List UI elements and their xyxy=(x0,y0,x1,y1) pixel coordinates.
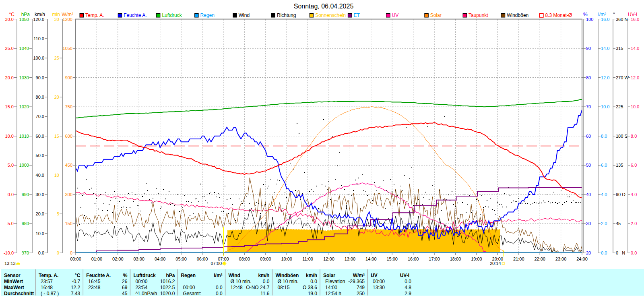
svg-text:14.0: 14.0 xyxy=(601,46,609,51)
svg-text:1030: 1030 xyxy=(19,75,29,80)
svg-text:30: 30 xyxy=(586,221,591,226)
svg-text:600: 600 xyxy=(65,134,72,139)
svg-text:0: 0 xyxy=(57,250,59,255)
svg-text:10.0: 10.0 xyxy=(631,104,639,109)
svg-text:60: 60 xyxy=(586,134,591,139)
svg-text:11.6: 11.6 xyxy=(260,291,270,296)
svg-text:00:00: 00:00 xyxy=(183,285,195,290)
svg-text:80: 80 xyxy=(586,75,591,80)
svg-text:90.0: 90.0 xyxy=(36,75,44,80)
svg-text:1020.0: 1020.0 xyxy=(160,291,175,296)
svg-text:30.0: 30.0 xyxy=(5,17,14,22)
svg-text:%: % xyxy=(123,273,128,278)
svg-text:0: 0 xyxy=(70,250,72,255)
svg-text:Ø 10 min.: Ø 10 min. xyxy=(277,279,298,284)
svg-text:30.0: 30.0 xyxy=(36,192,44,197)
svg-text:12:54 h: 12:54 h xyxy=(325,291,341,296)
svg-text:135: 135 xyxy=(616,163,623,168)
svg-text:Feuchte A.: Feuchte A. xyxy=(86,273,111,278)
svg-text:10.0: 10.0 xyxy=(601,104,609,109)
svg-text:°: ° xyxy=(613,12,615,17)
svg-text:100.0: 100.0 xyxy=(33,56,44,60)
svg-text:5.0: 5.0 xyxy=(8,163,14,168)
svg-text:23:48: 23:48 xyxy=(88,285,100,290)
svg-text:990: 990 xyxy=(22,192,29,197)
svg-text:315: 315 xyxy=(616,46,623,51)
svg-text:UV-I: UV-I xyxy=(400,273,409,278)
svg-text:Taupunkt: Taupunkt xyxy=(469,12,488,18)
svg-text:Temp. A.: Temp. A. xyxy=(39,273,58,278)
svg-text:12.0: 12.0 xyxy=(601,75,609,80)
svg-text:20:00: 20:00 xyxy=(492,257,504,261)
svg-text:10.0: 10.0 xyxy=(5,134,14,139)
svg-text:Ø 10 min.: Ø 10 min. xyxy=(231,279,252,284)
svg-text:110.0: 110.0 xyxy=(33,36,44,41)
svg-text:13:13: 13:13 xyxy=(4,261,16,266)
svg-text:hPa: hPa xyxy=(166,273,175,278)
svg-text:12:00: 12:00 xyxy=(323,257,334,261)
svg-text:1022.5: 1022.5 xyxy=(160,285,175,290)
svg-text:15: 15 xyxy=(54,134,59,139)
svg-text:l/m²: l/m² xyxy=(214,273,222,278)
svg-text:120.0: 120.0 xyxy=(33,17,44,22)
svg-text:14.0: 14.0 xyxy=(631,46,639,51)
svg-text:Solar: Solar xyxy=(430,12,442,18)
svg-text:18:00: 18:00 xyxy=(450,257,461,261)
svg-text:-29.365: -29.365 xyxy=(348,279,365,284)
svg-text:45: 45 xyxy=(616,221,621,226)
svg-text:0.0: 0.0 xyxy=(310,279,317,284)
svg-text:4.0: 4.0 xyxy=(601,192,607,197)
svg-text:19.0: 19.0 xyxy=(308,291,318,296)
svg-text:7.43: 7.43 xyxy=(71,291,80,296)
svg-text:0 N: 0 N xyxy=(616,250,625,255)
svg-text:90: 90 xyxy=(586,46,591,51)
svg-text:2.0: 2.0 xyxy=(601,221,607,226)
svg-text:UV: UV xyxy=(371,273,378,278)
svg-text:1010: 1010 xyxy=(19,134,29,139)
svg-text:8.3 Monat-Ø: 8.3 Monat-Ø xyxy=(545,12,572,18)
svg-text:Luftdruck: Luftdruck xyxy=(162,12,182,18)
svg-text:20: 20 xyxy=(54,95,59,99)
svg-text:250: 250 xyxy=(357,291,365,296)
svg-text:25.0: 25.0 xyxy=(5,46,14,51)
svg-text:-0.7: -0.7 xyxy=(72,279,80,284)
svg-text:00:00: 00:00 xyxy=(135,279,147,284)
svg-text:14:00: 14:00 xyxy=(325,285,337,290)
svg-text:( - 0.87 ): ( - 0.87 ) xyxy=(41,291,59,296)
svg-text:0.0: 0.0 xyxy=(216,285,223,290)
svg-text:970: 970 xyxy=(22,250,29,255)
svg-text:16.0: 16.0 xyxy=(601,17,609,22)
svg-text:Windböen: Windböen xyxy=(507,12,528,18)
svg-text:Temp. A.: Temp. A. xyxy=(85,12,104,18)
svg-text:69: 69 xyxy=(122,285,128,290)
svg-text:°C: °C xyxy=(75,273,80,278)
svg-text:270 W: 270 W xyxy=(616,75,629,80)
svg-text:2.9: 2.9 xyxy=(405,291,411,296)
svg-text:Wind: Wind xyxy=(229,273,240,278)
svg-text:Regen: Regen xyxy=(200,12,215,18)
svg-text:Regen: Regen xyxy=(181,273,196,278)
svg-text:50: 50 xyxy=(586,163,591,168)
svg-text:25: 25 xyxy=(54,56,59,60)
svg-text:km/h: km/h xyxy=(306,273,317,278)
svg-text:100: 100 xyxy=(586,17,593,22)
svg-text:Wind: Wind xyxy=(239,12,250,18)
svg-text:20.0: 20.0 xyxy=(36,211,44,216)
svg-text:980: 980 xyxy=(22,221,29,226)
svg-text:300: 300 xyxy=(65,192,72,197)
svg-text:1020: 1020 xyxy=(19,104,29,109)
svg-text:15:00: 15:00 xyxy=(386,257,398,261)
svg-text:Windböen: Windböen xyxy=(275,273,299,278)
svg-text:150: 150 xyxy=(65,221,72,226)
svg-text:90 O: 90 O xyxy=(616,192,625,197)
svg-text:-10.0: -10.0 xyxy=(4,250,14,255)
svg-text:Feuchte A.: Feuchte A. xyxy=(124,12,147,18)
svg-text:0.0: 0.0 xyxy=(216,291,223,296)
svg-text:Durchschnitt: Durchschnitt xyxy=(4,291,34,296)
svg-text:20: 20 xyxy=(586,250,591,255)
svg-text:30: 30 xyxy=(54,17,59,22)
svg-text:16:00: 16:00 xyxy=(408,257,419,261)
svg-text:08:00: 08:00 xyxy=(239,257,250,261)
svg-text:750: 750 xyxy=(65,104,72,109)
svg-text:0.0: 0.0 xyxy=(405,279,411,284)
